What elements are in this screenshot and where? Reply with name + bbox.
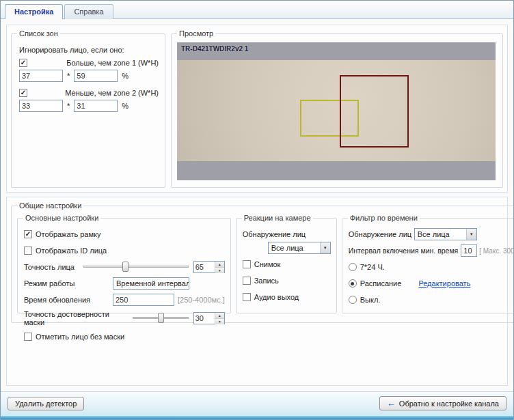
tf-option-724[interactable]: 7*24 Ч. — [349, 261, 514, 273]
spin-up-icon[interactable]: ▲ — [215, 262, 224, 268]
reactions-detect-row: Обнаружение лиц — [243, 228, 331, 240]
tf-schedule-radio[interactable] — [349, 279, 357, 288]
tf-detect-value: Все лица — [418, 230, 450, 238]
zone2-overlay-rect[interactable] — [340, 75, 409, 148]
zone1-size-row: * % — [19, 70, 159, 82]
zone1-unit: % — [122, 72, 128, 80]
tf-option-off[interactable]: Выкл. — [349, 294, 514, 306]
zone2-label: Меньше, чем zone 2 (W*H) — [65, 89, 159, 97]
page-body: Список зон Игнорировать лицо, если оно: … — [1, 19, 513, 391]
snapshot-label: Снимок — [254, 260, 281, 268]
show-frame-row[interactable]: Отображать рамку — [24, 228, 225, 240]
top-panel: Список зон Игнорировать лицо, если оно: … — [6, 25, 508, 193]
basic-settings-title: Основные настройки — [23, 214, 100, 222]
reactions-title: Реакции на камере — [242, 214, 313, 222]
tf-interval-row: Интервал включения мин. время [ Макс. 30… — [349, 244, 514, 257]
delete-detector-button[interactable]: Удалить детектор — [8, 397, 84, 410]
zone1-width-input[interactable] — [19, 70, 63, 82]
tab-bar: Настройка Справка — [1, 1, 513, 19]
back-to-channel-button[interactable]: ← Обратно к настройке канала — [379, 396, 506, 410]
mark-no-mask-row[interactable]: Отметить лицо без маски — [24, 331, 225, 343]
spin-down-icon[interactable]: ▼ — [215, 268, 224, 273]
tab-help-label: Справка — [74, 8, 103, 16]
mask-accuracy-input[interactable] — [194, 313, 215, 324]
slider-track — [83, 266, 189, 268]
face-accuracy-input[interactable] — [194, 262, 215, 272]
camera-preview[interactable]: TR-D421TWDIR2v2 1 — [177, 42, 496, 180]
face-accuracy-row: Точность лица ▲ ▼ — [24, 261, 225, 273]
reactions-detect-label: Обнаружение лиц — [243, 230, 306, 238]
zone1-label: Больше, чем zone 1 (W*H) — [66, 59, 159, 67]
show-frame-checkbox[interactable] — [24, 230, 32, 238]
record-row[interactable]: Запись — [243, 275, 331, 287]
tf-detect-dropdown[interactable]: Все лица ▼ — [414, 228, 477, 240]
chevron-down-icon[interactable]: ▼ — [466, 229, 476, 240]
spinner-buttons: ▲ ▼ — [215, 313, 224, 324]
tf-detect-label: Обнаружение лиц — [349, 230, 414, 238]
tab-help[interactable]: Справка — [64, 4, 113, 19]
spin-down-icon[interactable]: ▼ — [215, 319, 224, 324]
preview-group-title: Просмотр — [177, 29, 215, 38]
tab-settings-label: Настройка — [14, 8, 53, 16]
zone2-separator: * — [67, 102, 70, 110]
general-settings-title: Общие настройки — [17, 201, 83, 210]
tf-schedule-label: Расписание — [360, 279, 402, 288]
zone1-height-input[interactable] — [74, 70, 118, 82]
chevron-down-icon[interactable]: ▼ — [320, 242, 330, 253]
tf-interval-input[interactable] — [461, 244, 477, 257]
back-to-channel-label: Обратно к настройке канала — [399, 400, 499, 408]
general-settings-columns: Основные настройки Отображать рамку Отоб… — [17, 214, 514, 313]
snapshot-row[interactable]: Снимок — [243, 258, 331, 270]
zones-group: Список зон Игнорировать лицо, если оно: … — [11, 29, 165, 188]
time-filter-title: Фильтр по времени — [348, 214, 420, 222]
zone2-height-input[interactable] — [74, 100, 118, 112]
reactions-detect-dropdown[interactable]: Все лица ▼ — [268, 242, 331, 254]
snapshot-checkbox[interactable] — [243, 260, 251, 268]
tf-option-schedule[interactable]: Расписание Редактировать — [349, 277, 514, 290]
tf-interval-label: Интервал включения мин. время — [349, 247, 459, 255]
show-id-checkbox[interactable] — [24, 247, 32, 255]
basic-settings-group: Основные настройки Отображать рамку Отоб… — [17, 214, 231, 313]
delete-detector-label: Удалить детектор — [15, 400, 77, 408]
ignore-face-label: Игнорировать лицо, если оно: — [19, 46, 159, 54]
face-accuracy-slider[interactable] — [83, 262, 189, 272]
face-accuracy-label: Точность лица — [24, 263, 79, 271]
preview-group: Просмотр TR-D421TWDIR2v2 1 — [171, 29, 503, 188]
record-checkbox[interactable] — [243, 277, 251, 285]
mask-accuracy-row: Точность достоверности маски ▲ ▼ — [24, 310, 225, 326]
show-id-row[interactable]: Отображать ID лица — [24, 244, 225, 257]
tf-724-label: 7*24 Ч. — [360, 263, 385, 271]
record-label: Запись — [254, 277, 279, 285]
slider-thumb[interactable] — [158, 313, 164, 323]
zone2-checkbox[interactable] — [19, 89, 27, 97]
zone2-width-input[interactable] — [19, 100, 63, 112]
zone1-checkbox[interactable] — [19, 59, 27, 67]
zone1-row: Больше, чем zone 1 (W*H) — [19, 59, 159, 67]
mark-no-mask-label: Отметить лицо без маски — [36, 333, 124, 341]
bottom-panel: Общие настройки Основные настройки Отобр… — [6, 197, 508, 386]
time-filter-group: Фильтр по времени Обнаружение лиц Все ли… — [342, 214, 514, 313]
mask-accuracy-label: Точность достоверности маски — [24, 310, 128, 326]
audio-out-row[interactable]: Аудио выход — [243, 291, 331, 303]
tf-724-radio[interactable] — [349, 263, 357, 271]
edit-schedule-link[interactable]: Редактировать — [418, 279, 470, 288]
mask-accuracy-slider[interactable] — [133, 313, 189, 324]
zones-group-title: Список зон — [17, 29, 60, 38]
reactions-group: Реакции на камере Обнаружение лиц Все ли… — [236, 214, 337, 313]
show-frame-label: Отображать рамку — [36, 230, 100, 238]
work-mode-dropdown[interactable]: Временной интервал ▼ — [113, 277, 189, 290]
face-accuracy-spinner[interactable]: ▲ ▼ — [193, 261, 225, 273]
general-settings-group: Общие настройки Основные настройки Отобр… — [11, 201, 514, 323]
audio-out-label: Аудио выход — [254, 293, 299, 301]
tab-settings[interactable]: Настройка — [5, 4, 63, 19]
audio-out-checkbox[interactable] — [243, 293, 251, 301]
back-arrow-icon: ← — [387, 399, 396, 408]
spin-up-icon[interactable]: ▲ — [215, 313, 224, 319]
slider-thumb[interactable] — [122, 262, 128, 272]
mask-accuracy-spinner[interactable]: ▲ ▼ — [193, 312, 225, 324]
tf-off-label: Выкл. — [360, 296, 381, 304]
update-time-input[interactable] — [113, 294, 174, 306]
mark-no-mask-checkbox[interactable] — [24, 333, 32, 341]
tf-off-radio[interactable] — [349, 296, 357, 304]
tf-detect-row: Обнаружение лиц Все лица ▼ — [349, 228, 514, 240]
